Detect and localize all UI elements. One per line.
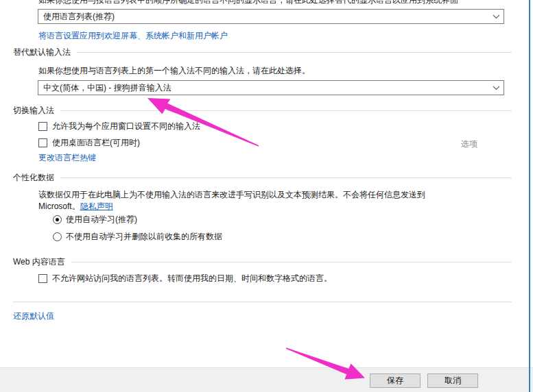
privacy-statement-link[interactable]: 隐私声明 bbox=[80, 201, 113, 211]
personalization-description: 该数据仅用于在此电脑上为不使用输入法的语言来改进手写识别以及文本预测结果。不会将… bbox=[38, 189, 491, 212]
section-rule bbox=[77, 52, 512, 53]
per-app-input-row: 允许我为每个应用窗口设置不同的输入法 bbox=[38, 122, 200, 131]
section-title: 替代默认输入法 bbox=[13, 47, 71, 58]
clipped-top-text: 如果你想使用与按语言列表中的顺序所确定的语言不同的显示语言，请在此处选择替代的显… bbox=[38, 0, 512, 5]
override-input-hint: 如果你想使用与语言列表上的第一个输入法不同的输入法，请在此处选择。 bbox=[38, 65, 310, 77]
section-title: Web 内容语言 bbox=[13, 256, 65, 268]
personalization-desc-line2: Microsoft。 bbox=[38, 201, 80, 211]
section-switch-input-method: 切换输入法 bbox=[13, 106, 512, 115]
site-language-access-label: 不允许网站访问我的语言列表。转而使用我的日期、时间和数字格式的语言。 bbox=[52, 274, 332, 283]
display-language-dropdown-value: 使用语言列表(推荐) bbox=[38, 10, 488, 23]
window-accent-border bbox=[529, 0, 530, 392]
no-auto-learn-radio[interactable] bbox=[53, 232, 62, 241]
auto-learn-radio[interactable] bbox=[53, 215, 62, 224]
section-rule bbox=[71, 262, 512, 262]
apply-language-settings-link[interactable]: 将语言设置应用到欢迎屏幕、系统帐户和新用户帐户 bbox=[38, 30, 228, 42]
advanced-language-settings-page: 如果你想使用与按语言列表中的顺序所确定的语言不同的显示语言，请在此处选择替代的显… bbox=[0, 0, 533, 392]
language-bar-checkbox[interactable] bbox=[38, 138, 47, 147]
section-personalization-data: 个性化数据 bbox=[13, 173, 512, 182]
no-auto-learn-row: 不使用自动学习并删除以前收集的所有数据 bbox=[53, 232, 222, 241]
language-bar-options-link: 选项 bbox=[461, 138, 477, 150]
section-title: 切换输入法 bbox=[13, 105, 54, 117]
input-method-dropdown-value: 中文(简体，中国) - 搜狗拼音输入法 bbox=[38, 81, 488, 95]
dialog-footer: 保存 取消 bbox=[0, 367, 533, 392]
input-method-dropdown[interactable]: 中文(简体，中国) - 搜狗拼音输入法 bbox=[38, 80, 504, 95]
per-app-input-label: 允许我为每个应用窗口设置不同的输入法 bbox=[52, 122, 200, 131]
no-auto-learn-label: 不使用自动学习并删除以前收集的所有数据 bbox=[66, 232, 222, 241]
section-rule bbox=[60, 177, 512, 178]
restore-defaults-link[interactable]: 还原默认值 bbox=[13, 310, 54, 322]
bottom-divider bbox=[13, 302, 512, 302]
site-language-access-checkbox[interactable] bbox=[38, 274, 47, 283]
language-bar-label: 使用桌面语言栏(可用时) bbox=[52, 138, 140, 147]
chevron-down-icon bbox=[488, 14, 504, 19]
section-web-content-language: Web 内容语言 bbox=[13, 258, 512, 267]
cancel-button[interactable]: 取消 bbox=[427, 373, 478, 388]
change-language-bar-hotkeys-link[interactable]: 更改语言栏热键 bbox=[38, 152, 96, 164]
per-app-input-checkbox[interactable] bbox=[38, 122, 47, 131]
site-language-access-row: 不允许网站访问我的语言列表。转而使用我的日期、时间和数字格式的语言。 bbox=[38, 274, 332, 283]
personalization-desc-line1: 该数据仅用于在此电脑上为不使用输入法的语言来改进手写识别以及文本预测结果。不会将… bbox=[38, 190, 425, 199]
auto-learn-row: 使用自动学习(推荐) bbox=[53, 215, 137, 224]
section-override-input-method: 替代默认输入法 bbox=[13, 48, 512, 57]
section-title: 个性化数据 bbox=[13, 172, 54, 184]
auto-learn-label: 使用自动学习(推荐) bbox=[66, 215, 137, 224]
radio-selected-dot bbox=[56, 218, 59, 221]
display-language-dropdown[interactable]: 使用语言列表(推荐) bbox=[38, 9, 504, 24]
save-button[interactable]: 保存 bbox=[370, 373, 421, 388]
section-rule bbox=[60, 110, 512, 111]
language-bar-row: 使用桌面语言栏(可用时) bbox=[38, 138, 140, 147]
chevron-down-icon bbox=[488, 86, 504, 90]
